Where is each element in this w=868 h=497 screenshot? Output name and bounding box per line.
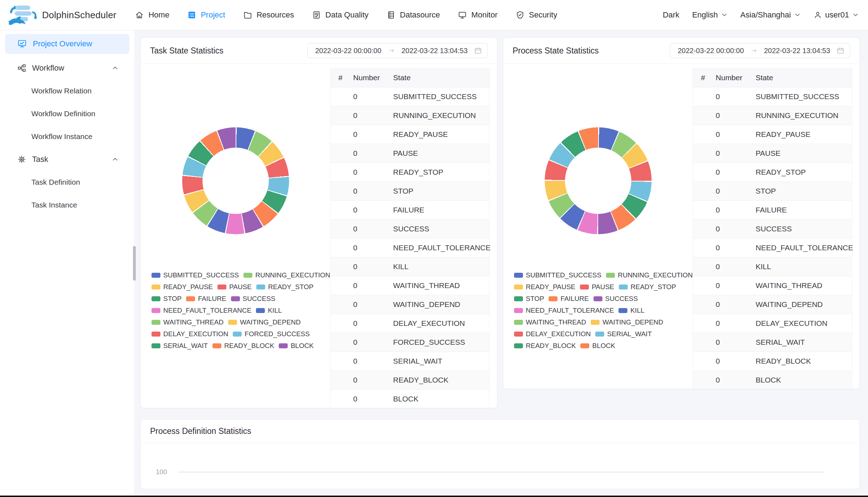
process-date-range-picker[interactable]: 2022-03-22 00:00:00 2022-03-22 13:04:53 [670, 43, 850, 58]
legend-item[interactable]: NEED_FAULT_TOLERANCE [514, 307, 614, 314]
legend-swatch [256, 308, 265, 313]
nav-item-monitor[interactable]: Monitor [458, 10, 497, 20]
end-date-value[interactable]: 2022-03-22 13:04:53 [399, 47, 470, 55]
legend-swatch [594, 296, 602, 301]
legend-item[interactable]: READY_PAUSE [514, 283, 575, 291]
nav-item-data-quality[interactable]: Data Quality [312, 10, 369, 20]
row-index-cell [693, 295, 714, 314]
legend-item[interactable]: READY_STOP [256, 283, 313, 291]
row-index-cell [330, 295, 352, 314]
state-count: 0 [352, 163, 393, 182]
sidebar-item-task-definition[interactable]: Task Definition [0, 171, 134, 194]
sidebar-item-task-instance[interactable]: Task Instance [0, 194, 134, 216]
legend-item[interactable]: STOP [514, 295, 544, 303]
legend-item[interactable]: WAITING_DEPEND [228, 318, 301, 326]
legend-item[interactable]: READY_STOP [619, 283, 676, 291]
legend-label: FAILURE [560, 295, 589, 303]
sidebar-item-workflow[interactable]: Workflow [0, 57, 134, 80]
process-state-card-header: Process State Statistics 2022-03-22 00:0… [503, 38, 859, 64]
start-date-value[interactable]: 2022-03-22 00:00:00 [313, 47, 384, 55]
state-name: READY_BLOCK [393, 371, 490, 390]
legend-label: FAILURE [198, 295, 226, 303]
nav-item-home[interactable]: Home [135, 10, 169, 20]
end-date-value[interactable]: 2022-03-22 13:04:53 [761, 47, 833, 55]
chevron-up-icon [112, 65, 119, 72]
legend-item[interactable]: DELAY_EXECUTION [151, 330, 228, 338]
calendar-icon[interactable] [836, 46, 845, 55]
legend-item[interactable]: PAUSE [217, 283, 252, 291]
nav-item-datasource[interactable]: Datasource [386, 10, 440, 20]
sidebar-item-task[interactable]: Task [0, 148, 134, 171]
legend-item[interactable]: PAUSE [580, 283, 614, 291]
legend-item[interactable]: READY_BLOCK [514, 342, 576, 350]
card-title: Task State Statistics [150, 46, 224, 56]
table-row: 0RUNNING_EXECUTION [330, 106, 490, 125]
brand[interactable]: DolphinScheduler [6, 3, 116, 27]
legend-item[interactable]: NEED_FAULT_TOLERANCE [151, 307, 251, 314]
legend-item[interactable]: FAILURE [549, 295, 589, 303]
start-date-value[interactable]: 2022-03-22 00:00:00 [675, 47, 746, 55]
row-index-cell [693, 163, 714, 182]
legend-item[interactable]: KILL [618, 307, 644, 314]
table-row: 0RUNNING_EXECUTION [693, 106, 852, 125]
row-index-cell [330, 239, 352, 257]
legend-item[interactable]: READY_PAUSE [151, 283, 213, 291]
legend-item[interactable]: WAITING_THREAD [151, 318, 224, 326]
row-index-cell [330, 201, 352, 220]
legend-item[interactable]: RUNNING_EXECUTION [606, 271, 693, 279]
legend-item[interactable]: FORCED_SUCCESS [233, 330, 310, 338]
legend-item[interactable]: FAILURE [186, 295, 226, 303]
sidebar-item-workflow-definition[interactable]: Workflow Definition [0, 102, 134, 125]
user-menu[interactable]: user01 [813, 10, 859, 20]
legend-row: DELAY_EXECUTIONSERIAL_WAIT [514, 330, 693, 338]
legend-item[interactable]: SUCCESS [231, 295, 276, 303]
nav-item-label: Datasource [400, 10, 440, 20]
legend-label: READY_STOP [268, 283, 313, 291]
row-index-cell [330, 371, 352, 390]
nav-item-security[interactable]: Security [515, 10, 557, 20]
column-index: # [693, 68, 714, 87]
legend-item[interactable]: WAITING_DEPEND [591, 318, 663, 326]
legend-item[interactable]: SUBMITTED_SUCCESS [514, 271, 601, 279]
sidebar-item-workflow-instance[interactable]: Workflow Instance [0, 125, 134, 148]
home-icon [135, 10, 144, 20]
nav-item-label: Data Quality [325, 10, 369, 20]
legend-label: NEED_FAULT_TOLERANCE [526, 307, 614, 314]
table-row: 0WAITING_THREAD [693, 276, 852, 295]
legend-row: READY_PAUSEPAUSEREADY_STOP [514, 283, 693, 291]
legend-item[interactable]: WAITING_THREAD [514, 318, 586, 326]
sidebar-item-project-overview[interactable]: Project Overview [5, 34, 129, 54]
task-date-range-picker[interactable]: 2022-03-22 00:00:00 2022-03-22 13:04:53 [307, 43, 488, 58]
legend-item[interactable]: SUBMITTED_SUCCESS [151, 271, 239, 279]
legend-swatch [228, 320, 237, 325]
sidebar-item-label: Workflow Instance [31, 132, 92, 141]
table-row: 0FAILURE [330, 201, 490, 220]
table-row: 0STOP [693, 182, 852, 201]
folder-icon [243, 10, 252, 20]
legend-item[interactable]: BLOCK [279, 342, 313, 350]
theme-toggle[interactable]: Dark [663, 10, 679, 20]
legend-item[interactable]: RUNNING_EXECUTION [243, 271, 330, 279]
legend-item[interactable]: SUCCESS [594, 295, 638, 303]
legend-swatch [580, 285, 589, 290]
legend-item[interactable]: BLOCK [580, 342, 615, 350]
calendar-icon[interactable] [474, 46, 482, 55]
legend-row: READY_BLOCKBLOCK [514, 342, 693, 350]
language-select[interactable]: English [692, 10, 728, 20]
nav-item-label: Resources [257, 10, 294, 20]
username-label: user01 [825, 10, 849, 20]
legend-item[interactable]: SERIAL_WAIT [151, 342, 208, 350]
timezone-select[interactable]: Asia/Shanghai [740, 10, 801, 20]
nav-item-project[interactable]: Project [187, 10, 225, 20]
nav-item-resources[interactable]: Resources [243, 10, 294, 20]
row-index-cell [330, 220, 352, 239]
sidebar-item-workflow-relation[interactable]: Workflow Relation [0, 80, 134, 102]
legend-item[interactable]: SERIAL_WAIT [595, 330, 652, 338]
state-name: SUCCESS [393, 220, 490, 239]
legend-item[interactable]: STOP [151, 295, 181, 303]
table-row: 0SUCCESS [693, 220, 852, 239]
legend-item[interactable]: DELAY_EXECUTION [514, 330, 591, 338]
legend-item[interactable]: READY_BLOCK [212, 342, 274, 350]
legend-item[interactable]: KILL [256, 307, 282, 314]
row-index-cell [693, 314, 714, 333]
